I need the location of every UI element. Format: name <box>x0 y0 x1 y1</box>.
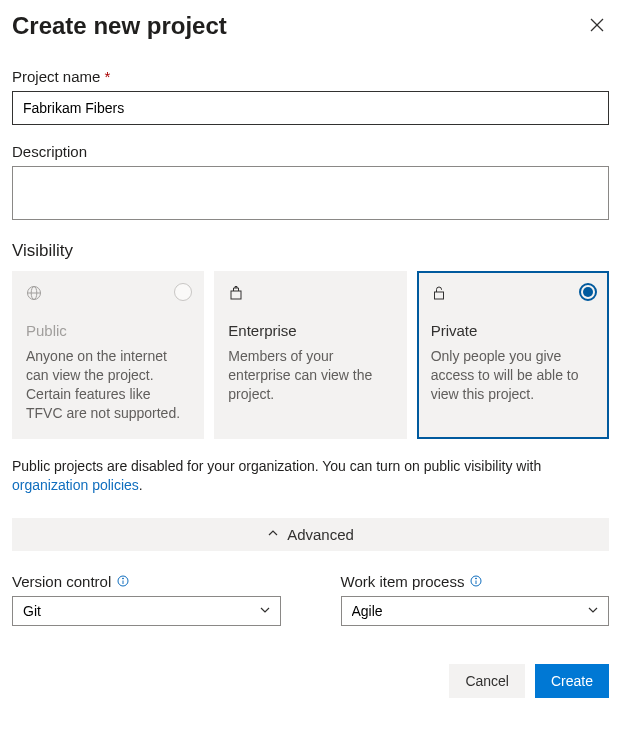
visibility-card-desc: Anyone on the internet can view the proj… <box>26 347 190 423</box>
create-button[interactable]: Create <box>535 664 609 698</box>
description-input[interactable] <box>12 166 609 220</box>
svg-rect-5 <box>231 291 241 299</box>
close-icon <box>590 18 604 35</box>
advanced-label: Advanced <box>287 526 354 543</box>
version-control-group: Version control Git <box>12 573 281 626</box>
dialog-header: Create new project <box>12 12 609 40</box>
version-control-label: Version control <box>12 573 281 590</box>
version-control-select[interactable]: Git <box>12 596 281 626</box>
cancel-button[interactable]: Cancel <box>449 664 525 698</box>
visibility-card-desc: Members of your enterprise can view the … <box>228 347 392 404</box>
project-name-group: Project name * <box>12 68 609 125</box>
organization-policies-link[interactable]: organization policies <box>12 477 139 493</box>
building-icon <box>228 285 392 304</box>
visibility-card-title: Public <box>26 322 190 339</box>
description-group: Description <box>12 143 609 223</box>
project-name-label: Project name * <box>12 68 609 85</box>
close-button[interactable] <box>585 14 609 38</box>
description-label: Description <box>12 143 609 160</box>
dialog-actions: Cancel Create <box>12 664 609 698</box>
svg-rect-6 <box>434 292 443 299</box>
info-icon[interactable] <box>117 573 129 590</box>
globe-icon <box>26 285 190 304</box>
policy-note: Public projects are disabled for your or… <box>12 457 609 496</box>
advanced-fields: Version control Git Work item process <box>12 573 609 626</box>
advanced-toggle[interactable]: Advanced <box>12 518 609 551</box>
visibility-label: Visibility <box>12 241 609 261</box>
visibility-card-desc: Only people you give access to will be a… <box>431 347 595 404</box>
dialog-title: Create new project <box>12 12 227 40</box>
work-item-process-group: Work item process Agile <box>341 573 610 626</box>
project-name-input[interactable] <box>12 91 609 125</box>
svg-point-12 <box>476 578 477 579</box>
work-item-process-label: Work item process <box>341 573 610 590</box>
work-item-process-select[interactable]: Agile <box>341 596 610 626</box>
visibility-cards: Public Anyone on the internet can view t… <box>12 271 609 439</box>
visibility-card-public: Public Anyone on the internet can view t… <box>12 271 204 439</box>
radio-indicator-selected <box>579 283 597 301</box>
visibility-card-enterprise[interactable]: Enterprise Members of your enterprise ca… <box>214 271 406 439</box>
info-icon[interactable] <box>470 573 482 590</box>
chevron-up-icon <box>267 526 279 542</box>
visibility-card-private[interactable]: Private Only people you give access to w… <box>417 271 609 439</box>
visibility-section: Visibility Public Anyone on the internet… <box>12 241 609 496</box>
visibility-card-title: Private <box>431 322 595 339</box>
visibility-card-title: Enterprise <box>228 322 392 339</box>
lock-open-icon <box>431 285 595 304</box>
svg-point-9 <box>123 578 124 579</box>
